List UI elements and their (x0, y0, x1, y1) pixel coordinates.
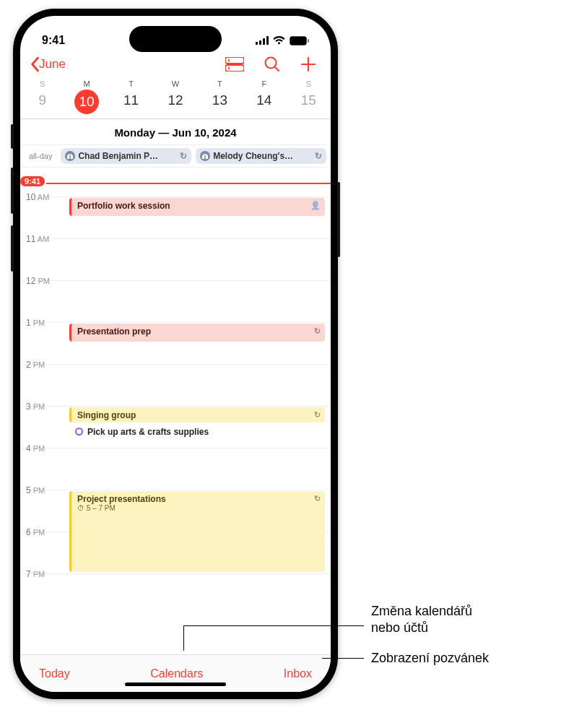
svg-line-12 (275, 67, 279, 71)
weekday-letter: F (242, 79, 286, 88)
hour-gridline: 4 PM (20, 448, 331, 448)
svg-rect-3 (266, 36, 269, 45)
repeat-icon: ↻ (315, 151, 322, 161)
back-label: June (39, 57, 66, 72)
hour-label: 12 PM (26, 276, 50, 286)
repeat-icon: ↻ (180, 151, 187, 161)
svg-rect-16 (70, 155, 71, 159)
screen: 9:41 June S9M10T11W12T13F14S15 Monday — … (20, 16, 331, 692)
birthday-gift-icon (200, 151, 210, 161)
weekday-number: 11 (109, 92, 153, 108)
hour-gridline: 3 PM (20, 406, 331, 407)
callout-text-calendars: Změna kalendářů nebo účtů (371, 603, 472, 637)
weekday-column[interactable]: M10 (64, 79, 108, 118)
weekday-letter: S (287, 79, 331, 88)
weekday-number: 13 (198, 92, 242, 108)
hour-label: 2 PM (26, 360, 45, 370)
weekday-column[interactable]: T11 (109, 79, 153, 118)
allday-event-chip[interactable]: Melody Cheung's… ↻ (196, 148, 326, 164)
search-icon[interactable] (264, 56, 280, 72)
back-button[interactable]: June (29, 56, 66, 72)
top-nav: June (20, 55, 331, 77)
list-view-icon[interactable] (225, 57, 244, 72)
event-title: Project presentations (77, 494, 166, 504)
allday-event-chip[interactable]: Chad Benjamin P… ↻ (61, 148, 191, 164)
hour-gridline: 11 AM (20, 238, 331, 239)
weekday-number: 10 (74, 90, 99, 114)
weekday-number: 12 (153, 92, 197, 108)
inbox-button[interactable]: Inbox (284, 667, 312, 680)
weekday-number: 15 (287, 92, 331, 108)
hour-gridline: 5 PM (20, 490, 331, 490)
weekday-column[interactable]: F14 (242, 79, 286, 118)
weekday-letter: T (109, 79, 153, 88)
weekday-letter: W (153, 79, 197, 88)
weekday-letter: T (198, 79, 242, 88)
svg-rect-18 (204, 155, 206, 159)
callout-connector (183, 625, 184, 651)
svg-rect-1 (259, 40, 261, 45)
weekday-letter: S (20, 79, 64, 88)
event-time-range: ⏱ 5 – 7 PM (77, 504, 319, 512)
svg-rect-2 (263, 38, 265, 45)
event-singing[interactable]: Singing group↻ (69, 407, 325, 422)
callout-connector (322, 658, 364, 659)
today-button[interactable]: Today (39, 667, 70, 680)
event-project[interactable]: Project presentations↻⏱ 5 – 7 PM (69, 491, 325, 572)
weekday-number: 14 (242, 92, 286, 108)
iphone-frame: 9:41 June S9M10T11W12T13F14S15 Monday — … (13, 9, 338, 699)
hour-label: 6 PM (26, 527, 45, 537)
hour-label: 5 PM (26, 485, 45, 495)
add-icon[interactable] (300, 56, 316, 72)
hour-gridline: 2 PM (20, 364, 331, 365)
hour-label: 10 AM (26, 192, 49, 202)
hour-label: 1 PM (26, 318, 45, 328)
weekday-column[interactable]: S15 (287, 79, 331, 118)
hour-label: 11 AM (26, 234, 49, 244)
allday-row: all-day Chad Benjamin P… ↻ Melody Cheung… (20, 145, 331, 168)
participants-icon: 👤 (310, 201, 321, 210)
home-indicator[interactable] (125, 682, 226, 686)
event-title: Singing group (77, 410, 136, 420)
allday-event-text: Melody Cheung's… (213, 151, 312, 161)
repeat-icon: ↻ (314, 494, 321, 503)
hour-gridline: 12 PM (20, 280, 331, 281)
weekday-number: 9 (20, 92, 64, 108)
svg-rect-8 (225, 65, 244, 72)
battery-icon (290, 36, 309, 46)
event-title: Pick up arts & crafts supplies (87, 427, 209, 437)
birthday-gift-icon (65, 151, 75, 161)
calendars-button[interactable]: Calendars (150, 667, 203, 680)
weekday-column[interactable]: S9 (20, 79, 64, 118)
callout-text-inbox: Zobrazení pozvánek (371, 650, 489, 667)
callout-connector (183, 625, 364, 626)
cellular-icon (256, 36, 269, 45)
dynamic-island (129, 26, 222, 52)
allday-label: all-day (29, 152, 52, 160)
hour-label: 7 PM (26, 569, 45, 579)
svg-rect-0 (256, 42, 258, 45)
week-header: S9M10T11W12T13F14S15 (20, 77, 331, 119)
hour-label: 4 PM (26, 443, 45, 454)
repeat-icon: ↻ (314, 326, 321, 336)
status-time: 9:41 (42, 34, 65, 47)
weekday-letter: M (64, 79, 108, 88)
calendar-color-dot (75, 428, 83, 436)
hour-gridline: 10 AM (20, 196, 331, 197)
weekday-column[interactable]: W12 (153, 79, 197, 118)
event-title: Presentation prep (77, 326, 151, 337)
weekday-column[interactable]: T13 (198, 79, 242, 118)
event-portfolio[interactable]: Portfolio work session👤 (69, 198, 325, 216)
bottom-toolbar: Today Calendars Inbox (20, 654, 331, 692)
event-pickup[interactable]: Pick up arts & crafts supplies (69, 424, 325, 439)
svg-rect-5 (291, 38, 305, 44)
event-presentation-prep[interactable]: Presentation prep↻ (69, 324, 325, 342)
repeat-icon: ↻ (314, 410, 321, 420)
wifi-icon (273, 36, 285, 45)
day-timeline[interactable]: 10 AM11 AM12 PM1 PM2 PM3 PM4 PM5 PM6 PM7… (20, 168, 331, 654)
svg-point-11 (266, 58, 277, 69)
current-time-badge: 9:41 (20, 176, 45, 186)
svg-rect-7 (225, 57, 244, 64)
hour-gridline: 7 PM (20, 573, 331, 574)
hour-label: 3 PM (26, 402, 45, 412)
